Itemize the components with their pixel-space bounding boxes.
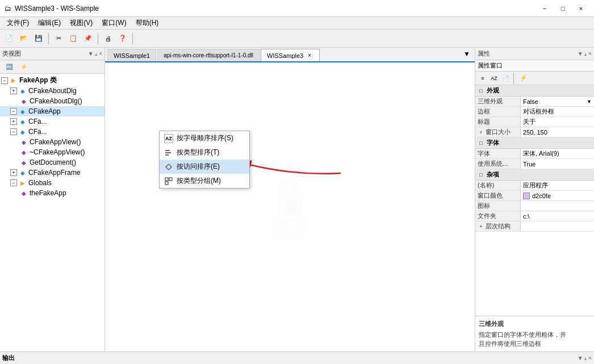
prop-value-border[interactable]: 对话框外框 bbox=[521, 107, 594, 116]
class-icon-cfakeapp: ◆ bbox=[18, 107, 27, 116]
new-button[interactable]: 📄 bbox=[2, 32, 16, 45]
expander-cfa1[interactable]: + bbox=[10, 118, 17, 125]
prop-sort-alpha[interactable]: AZ bbox=[489, 72, 499, 85]
copy-button[interactable]: 📋 bbox=[66, 32, 80, 45]
properties-window-label: 属性窗口 bbox=[475, 60, 594, 72]
prop-val-name-text: 应用程序 bbox=[523, 181, 548, 190]
menu-help[interactable]: 帮助(H) bbox=[131, 17, 164, 29]
tree-item-cfakeappframe[interactable]: + ◆ CFakeAppFrame bbox=[0, 168, 104, 178]
prop-value-icon[interactable] bbox=[521, 201, 594, 211]
tab-dropdown-button[interactable]: ▼ bbox=[461, 47, 472, 61]
context-group-type[interactable]: 按类型分组(M) bbox=[160, 174, 249, 188]
tree-item-cfakeappview[interactable]: ◆ CFakeAppView() bbox=[0, 137, 104, 147]
tree-item-getdocument[interactable]: ◆ GetDocument() bbox=[0, 157, 104, 168]
menu-file[interactable]: 文件(F) bbox=[2, 17, 34, 29]
prop-row-name: (名称) 应用程序 bbox=[475, 181, 594, 191]
prop-dropdown-3d[interactable]: ▼ bbox=[587, 99, 592, 104]
prop-section-appearance-label: 外观 bbox=[487, 86, 499, 95]
right-panel: 属性 ▼ ₄ × 属性窗口 ≡ AZ 📄 ⚡ □ 外观 三维外观 False ▼ bbox=[475, 48, 594, 352]
tree-item-cfakeapp[interactable]: − ◆ CFakeApp bbox=[0, 106, 104, 116]
tree-item-root[interactable]: − ▶ FakeApp 类 bbox=[0, 75, 104, 86]
tab-api-dll[interactable]: api-ms-win-core-rtlsupport-l1-1-0.dll bbox=[157, 49, 260, 61]
context-sort-access[interactable]: 按访问排序(E) bbox=[160, 160, 249, 174]
context-sort-alpha[interactable]: AZ 按字母顺序排序(S) bbox=[160, 131, 249, 145]
separator2 bbox=[98, 33, 98, 44]
prop-value-title[interactable]: 关于 bbox=[521, 117, 594, 127]
context-sort-access-label: 按访问排序(E) bbox=[177, 162, 220, 171]
menu-edit[interactable]: 编辑(E) bbox=[34, 17, 65, 29]
class-sort-button[interactable]: 🔤 bbox=[2, 60, 16, 74]
prop-value-usesys[interactable]: True bbox=[521, 159, 594, 169]
tab-wissample1[interactable]: WISSample1 bbox=[107, 49, 156, 61]
class-toolbar: 🔤 ⚡ bbox=[0, 60, 104, 74]
tree-item-thefakeapp[interactable]: ◆ theFakeApp bbox=[0, 188, 104, 198]
tab-wissample3[interactable]: WISSample3 × bbox=[261, 49, 320, 61]
minimize-button[interactable]: − bbox=[536, 0, 553, 17]
prop-val-wincolor-text: d2c0fe bbox=[532, 193, 551, 199]
prop-val-folder-text: c:\ bbox=[523, 213, 530, 220]
tree-item-cfakeaboutdlg-method[interactable]: ◆ CFakeAboutDlg() bbox=[0, 96, 104, 106]
tab-close-wissample3[interactable]: × bbox=[306, 52, 313, 60]
expander-cfakeapp[interactable]: − bbox=[10, 108, 17, 115]
prop-value-font[interactable]: 宋体, Arial(9) bbox=[521, 149, 594, 158]
expander-cfakeappframe[interactable]: + bbox=[10, 169, 17, 176]
prop-val-title-text: 关于 bbox=[523, 118, 536, 126]
context-sort-type-label: 按类型排序(T) bbox=[177, 148, 219, 157]
tree-label-cfakeappframe: CFakeAppFrame bbox=[28, 169, 80, 177]
prop-sort-cat[interactable]: ≡ bbox=[478, 72, 488, 85]
expander-cfa2[interactable]: − bbox=[10, 128, 17, 135]
tree-item-cfa1[interactable]: + ◆ CFa... bbox=[0, 116, 104, 127]
folder-icon-globals: ▶ bbox=[18, 178, 27, 187]
prop-row-font: 字体 宋体, Arial(9) bbox=[475, 149, 594, 159]
prop-window-label-text: 属性窗口 bbox=[478, 62, 503, 69]
app-icon: 🗂 bbox=[5, 5, 11, 12]
sort-access-icon bbox=[164, 162, 173, 171]
open-button[interactable]: 📂 bbox=[17, 32, 31, 45]
tree-item-dtor-cfakeappview[interactable]: ◆ ~CFakeAppView() bbox=[0, 147, 104, 157]
maximize-button[interactable]: □ bbox=[554, 0, 571, 17]
panel-dock-label: ▼ ₄ × bbox=[88, 51, 102, 57]
save-button[interactable]: 💾 bbox=[32, 32, 45, 45]
prop-name-icon: 图标 bbox=[475, 201, 521, 211]
paste-button[interactable]: 📌 bbox=[81, 32, 95, 45]
prop-name-title: 标题 bbox=[475, 117, 521, 127]
output-title: 输出 bbox=[2, 354, 15, 362]
prop-section-font: □ 字体 bbox=[475, 137, 594, 149]
class-filter-button[interactable]: ⚡ bbox=[17, 60, 31, 74]
expander-cfakeaboutdlg[interactable]: + bbox=[10, 87, 17, 94]
method-icon-2: ◆ bbox=[19, 137, 28, 147]
prop-value-folder[interactable]: c:\ bbox=[521, 211, 594, 221]
prop-value-wincolor[interactable]: d2c0fe bbox=[521, 191, 594, 200]
prop-expand-hierarchy[interactable]: + bbox=[478, 223, 484, 230]
menu-view[interactable]: 视图(V) bbox=[65, 17, 97, 29]
svg-rect-0 bbox=[165, 150, 170, 151]
help-button[interactable]: ❓ bbox=[116, 32, 129, 45]
close-button[interactable]: × bbox=[572, 0, 589, 17]
cut-button[interactable]: ✂ bbox=[52, 32, 65, 45]
prop-value-hierarchy[interactable] bbox=[521, 221, 594, 231]
prop-value-3d[interactable]: False ▼ bbox=[521, 97, 594, 106]
menu-window[interactable]: 窗口(W) bbox=[97, 17, 131, 29]
expander-globals[interactable]: − bbox=[10, 179, 17, 186]
prop-section-misc: □ 杂项 bbox=[475, 169, 594, 181]
prop-section-font-label: 字体 bbox=[487, 139, 499, 147]
tree-item-globals[interactable]: − ▶ Globals bbox=[0, 178, 104, 188]
prop-pages[interactable]: 📄 bbox=[500, 72, 511, 85]
output-dock-label: ▼ ₄ × bbox=[578, 355, 592, 361]
color-swatch-wincolor bbox=[523, 193, 530, 199]
print-button[interactable]: 🖨 bbox=[101, 32, 115, 45]
tree-item-cfakeaboutdlg[interactable]: + ◆ CFakeAboutDlg bbox=[0, 86, 104, 96]
prop-value-name[interactable]: 应用程序 bbox=[521, 181, 594, 190]
prop-section-misc-expand[interactable]: □ bbox=[478, 171, 484, 178]
tree-item-cfa2[interactable]: − ◆ CFa... bbox=[0, 127, 104, 137]
prop-val-border-text: 对话框外框 bbox=[523, 107, 554, 116]
prop-section-appearance-expand[interactable]: □ bbox=[478, 87, 484, 94]
context-sort-type[interactable]: 按类型排序(T) bbox=[160, 145, 249, 160]
prop-value-winsize[interactable]: 250, 150 bbox=[521, 127, 594, 137]
prop-section-font-expand[interactable]: □ bbox=[478, 140, 484, 147]
expander-root[interactable]: − bbox=[1, 77, 8, 84]
prop-expand-winsize[interactable]: + bbox=[478, 129, 484, 136]
folder-icon: ▶ bbox=[9, 76, 18, 85]
tab-label-wissample3: WISSample3 bbox=[267, 52, 303, 59]
prop-events[interactable]: ⚡ bbox=[517, 72, 530, 85]
